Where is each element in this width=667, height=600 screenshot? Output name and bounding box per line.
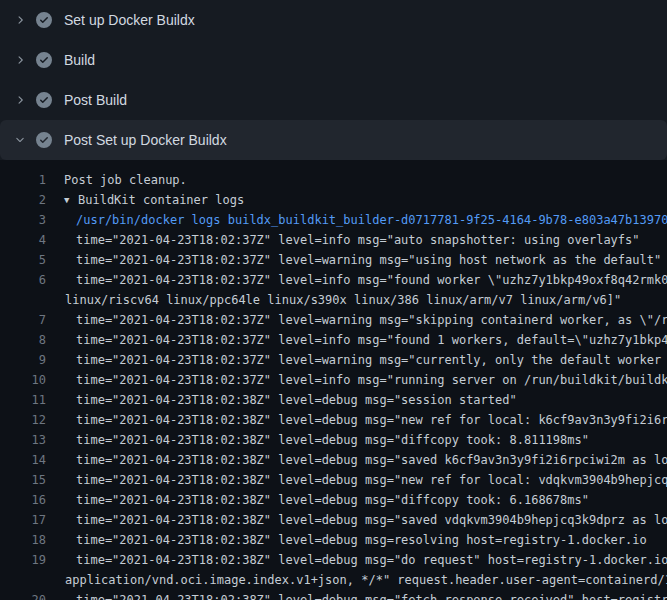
log-line-text: time="2021-04-23T18:02:38Z" level=debug … [76,590,667,600]
log-line: 1 Post job cleanup. [0,170,667,190]
log-line-number[interactable]: 12 [0,410,46,430]
log-line-text: time="2021-04-23T18:02:37Z" level=info m… [76,230,640,250]
log-line-number[interactable]: 10 [0,370,46,390]
chevron-down-icon [12,132,28,148]
step-title: Set up Docker Buildx [64,12,195,28]
log-line-number[interactable]: 17 [0,510,46,530]
log-line-number[interactable]: 8 [0,330,46,350]
log-line-number[interactable]: 19 [0,550,46,570]
log-line: 14 time="2021-04-23T18:02:38Z" level=deb… [0,450,667,470]
step-post-set-up-docker-buildx[interactable]: Post Set up Docker Buildx [0,120,667,160]
log-line-number[interactable]: 18 [0,530,46,550]
log-line-number[interactable]: 4 [0,230,46,250]
log-line-number[interactable]: 14 [0,450,46,470]
log-line: 9 time="2021-04-23T18:02:37Z" level=warn… [0,350,667,370]
log-line-text: application/vnd.oci.image.index.v1+json,… [65,570,667,590]
log-line-number[interactable]: 1 [0,170,46,190]
log-line: 2 ▼ BuildKit container logs [0,190,667,210]
log-line-text: time="2021-04-23T18:02:38Z" level=debug … [76,390,517,410]
log-line-number[interactable]: 20 [0,590,46,600]
log-line-number[interactable]: 7 [0,310,46,330]
log-line-text: time="2021-04-23T18:02:38Z" level=debug … [76,430,589,450]
log-line-text: time="2021-04-23T18:02:37Z" level=info m… [76,330,667,350]
chevron-right-icon [12,92,28,108]
log-line: 4 time="2021-04-23T18:02:37Z" level=info… [0,230,667,250]
log-line-number[interactable]: 2 [0,190,46,210]
log-line: 19 time="2021-04-23T18:02:38Z" level=deb… [0,550,667,570]
log-line: 12 time="2021-04-23T18:02:38Z" level=deb… [0,410,667,430]
log-line-text: time="2021-04-23T18:02:38Z" level=debug … [76,550,667,570]
log-line: 8 time="2021-04-23T18:02:37Z" level=info… [0,330,667,350]
log-line: 6 time="2021-04-23T18:02:37Z" level=info… [0,270,667,290]
check-circle-icon [36,132,52,148]
log-line-text: time="2021-04-23T18:02:38Z" level=debug … [76,530,647,550]
log-line: 18 time="2021-04-23T18:02:38Z" level=deb… [0,530,667,550]
log-line: 15 time="2021-04-23T18:02:38Z" level=deb… [0,470,667,490]
log-line-text: Post job cleanup. [64,170,187,190]
log-line: linux/riscv64 linux/ppc64le linux/s390x … [0,290,667,310]
chevron-right-icon [12,52,28,68]
step-list: Set up Docker Buildx Build Post Build [0,0,667,160]
log-line: 10 time="2021-04-23T18:02:37Z" level=inf… [0,370,667,390]
log-line-number[interactable]: 11 [0,390,46,410]
log-group-triangle-icon[interactable]: ▼ [64,190,78,210]
log-line-text: /usr/bin/docker logs buildx_buildkit_bui… [76,210,667,230]
log-line: 7 time="2021-04-23T18:02:37Z" level=warn… [0,310,667,330]
check-circle-icon [36,52,52,68]
log-line-text: linux/riscv64 linux/ppc64le linux/s390x … [65,290,621,310]
log-line-number[interactable]: 5 [0,250,46,270]
step-build[interactable]: Build [0,40,667,80]
chevron-right-icon [12,12,28,28]
log-line: 3 /usr/bin/docker logs buildx_buildkit_b… [0,210,667,230]
log-line-text: time="2021-04-23T18:02:38Z" level=debug … [76,490,589,510]
log-line: application/vnd.oci.image.index.v1+json,… [0,570,667,590]
actions-log-viewer: Set up Docker Buildx Build Post Build [0,0,667,600]
step-title: Post Build [64,92,127,108]
log-line: 11 time="2021-04-23T18:02:38Z" level=deb… [0,390,667,410]
log-line-text: BuildKit container logs [78,190,244,210]
log-line-number[interactable]: 13 [0,430,46,450]
log-line-text: time="2021-04-23T18:02:38Z" level=debug … [76,450,667,470]
log-line-number[interactable]: 6 [0,270,46,290]
log-line-text: time="2021-04-23T18:02:37Z" level=warnin… [76,310,667,330]
log-line-text: time="2021-04-23T18:02:38Z" level=debug … [76,410,667,430]
log-line-text: time="2021-04-23T18:02:37Z" level=info m… [76,270,667,290]
log-line-text: time="2021-04-23T18:02:38Z" level=debug … [76,510,667,530]
log-line-text: time="2021-04-23T18:02:38Z" level=debug … [76,470,667,490]
log-line-number[interactable]: 3 [0,210,46,230]
log-line: 16 time="2021-04-23T18:02:38Z" level=deb… [0,490,667,510]
log-panel: 1 Post job cleanup. 2 ▼ BuildKit contain… [0,160,667,600]
log-line: 20 time="2021-04-23T18:02:38Z" level=deb… [0,590,667,600]
step-post-build[interactable]: Post Build [0,80,667,120]
log-line-number[interactable]: 9 [0,350,46,370]
log-line-text: time="2021-04-23T18:02:37Z" level=warnin… [76,250,661,270]
step-title: Post Set up Docker Buildx [64,132,227,148]
log-line-number[interactable]: 16 [0,490,46,510]
log-line: 5 time="2021-04-23T18:02:37Z" level=warn… [0,250,667,270]
log-line-text: time="2021-04-23T18:02:37Z" level=info m… [76,370,667,390]
step-title: Build [64,52,95,68]
check-circle-icon [36,12,52,28]
step-set-up-docker-buildx[interactable]: Set up Docker Buildx [0,0,667,40]
log-line: 13 time="2021-04-23T18:02:38Z" level=deb… [0,430,667,450]
log-line: 17 time="2021-04-23T18:02:38Z" level=deb… [0,510,667,530]
log-line-number[interactable]: 15 [0,470,46,490]
check-circle-icon [36,92,52,108]
log-line-text: time="2021-04-23T18:02:37Z" level=warnin… [76,350,667,370]
